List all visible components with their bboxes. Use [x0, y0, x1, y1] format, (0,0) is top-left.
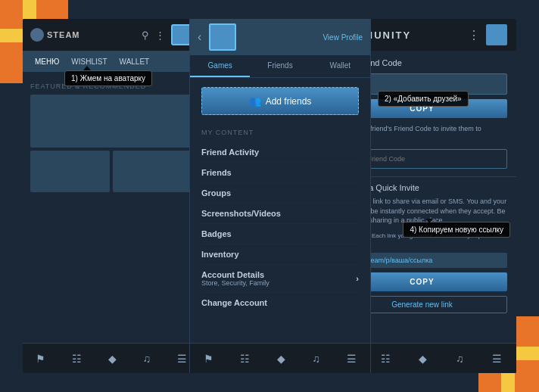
- featured-game-large[interactable]: [30, 95, 192, 148]
- steam-header: STEAM ⚲ ⋮: [23, 19, 200, 51]
- content-item-friend-activity[interactable]: Friend Activity: [201, 142, 359, 163]
- add-friends-button[interactable]: 👥 Add friends: [201, 87, 359, 115]
- add-friends-label: Add friends: [266, 96, 312, 107]
- tooltip-1-arrow: [83, 66, 91, 70]
- right-taskbar-list-icon[interactable]: ☷: [381, 353, 391, 365]
- account-details-label: Account Details: [201, 270, 270, 279]
- content-item-change-account[interactable]: Change Account: [201, 293, 359, 313]
- content-item-account[interactable]: Account Details Store, Security, Family …: [201, 265, 359, 293]
- nav-wishlist[interactable]: WISHLIST: [65, 58, 113, 66]
- profile-tabs: Games Friends Wallet: [190, 55, 370, 78]
- featured-games: [30, 95, 192, 192]
- taskbar-list-icon[interactable]: ☷: [72, 353, 82, 365]
- center-taskbar-menu-icon[interactable]: ☰: [347, 353, 357, 365]
- my-content-label: MY CONTENT: [201, 129, 359, 136]
- featured-section: FEATURED & RECOMMENDED: [23, 78, 200, 197]
- taskbar-diamond-icon[interactable]: ◆: [108, 353, 117, 365]
- content-item-inventory[interactable]: Inventory: [201, 244, 359, 265]
- tab-friends[interactable]: Friends: [250, 55, 310, 77]
- account-arrow-icon: ›: [356, 274, 359, 283]
- taskbar-bell-icon[interactable]: ♫: [142, 353, 151, 365]
- search-icon[interactable]: ⚲: [142, 30, 149, 41]
- right-taskbar-bell-icon[interactable]: ♫: [456, 353, 464, 365]
- center-taskbar-tag-icon[interactable]: ⚑: [204, 353, 213, 365]
- nav-menu[interactable]: МЕНЮ: [29, 58, 65, 66]
- tab-wallet[interactable]: Wallet: [310, 55, 370, 77]
- main-container: STEAM ⚲ ⋮ 1) Жмем на аватарку МЕНЮ WISHL…: [23, 19, 516, 373]
- center-taskbar-diamond-icon[interactable]: ◆: [277, 353, 285, 365]
- taskbar-menu-icon[interactable]: ☰: [177, 353, 187, 365]
- profile-header: ‹ View Profile: [190, 19, 370, 55]
- taskbar-tag-icon[interactable]: ⚑: [36, 353, 45, 365]
- steam-client-panel: STEAM ⚲ ⋮ 1) Жмем на аватарку МЕНЮ WISHL…: [23, 19, 201, 373]
- left-taskbar: ⚑ ☷ ◆ ♫ ☰: [23, 343, 200, 373]
- nav-tabs: МЕНЮ WISHLIST WALLET: [23, 51, 200, 72]
- right-taskbar-diamond-icon[interactable]: ◆: [419, 353, 427, 365]
- profile-avatar[interactable]: [209, 23, 236, 51]
- steam-icon: [30, 28, 44, 42]
- content-item-friends[interactable]: Friends: [201, 163, 359, 183]
- view-profile-link[interactable]: View Profile: [322, 33, 363, 42]
- content-item-badges[interactable]: Badges: [201, 224, 359, 244]
- profile-popup-panel: ‹ View Profile 2) «Добавить друзей» Game…: [189, 19, 371, 373]
- steam-logo: STEAM: [30, 28, 80, 42]
- content-item-screenshots[interactable]: Screenshots/Videos: [201, 204, 359, 224]
- more-icon[interactable]: ⋮: [155, 30, 165, 41]
- center-taskbar: ⚑ ☷ ◆ ♫ ☰: [190, 343, 370, 373]
- steam-title: STEAM: [47, 30, 80, 39]
- featured-game-1[interactable]: [30, 151, 110, 192]
- tab-games[interactable]: Games: [190, 55, 250, 77]
- back-icon[interactable]: ‹: [198, 30, 201, 44]
- center-taskbar-bell-icon[interactable]: ♫: [312, 353, 320, 365]
- tooltip-4-arrow: [425, 219, 433, 223]
- featured-game-2[interactable]: [113, 151, 192, 192]
- tooltip-step-4: 4) Копируем новую ссылку: [403, 222, 510, 238]
- community-avatar[interactable]: [486, 24, 507, 45]
- right-taskbar-menu-icon[interactable]: ☰: [492, 353, 502, 365]
- account-details-sub: Store, Security, Family: [201, 279, 270, 287]
- community-more-icon[interactable]: ⋮: [468, 28, 480, 42]
- header-icons: ⚲ ⋮: [142, 24, 192, 45]
- tooltip-step-1: 1) Жмем на аватарку: [64, 70, 152, 86]
- center-taskbar-list-icon[interactable]: ☷: [240, 353, 250, 365]
- nav-wallet[interactable]: WALLET: [114, 58, 156, 66]
- tooltip-step-2: 2) «Добавить друзей»: [378, 91, 469, 107]
- content-item-groups[interactable]: Groups: [201, 183, 359, 204]
- my-content-section: MY CONTENT Friend Activity Friends Group…: [190, 121, 370, 313]
- add-friends-icon: 👥: [249, 95, 261, 107]
